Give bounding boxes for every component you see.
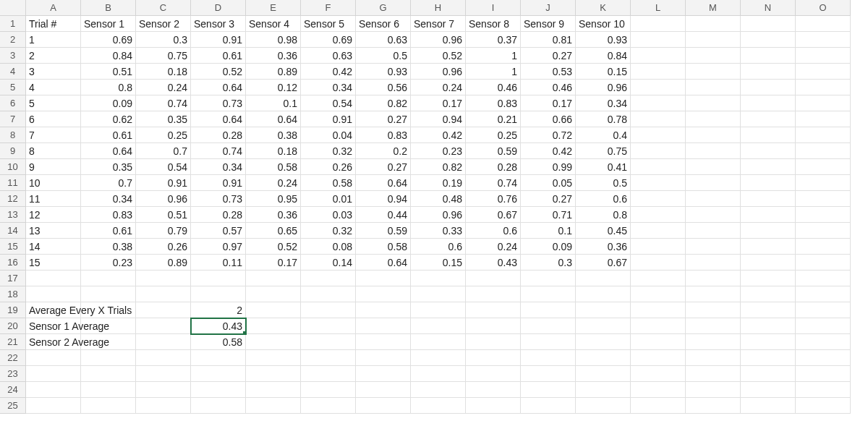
cell-H25[interactable]: [411, 398, 466, 414]
cell-I5[interactable]: 0.46: [466, 80, 521, 95]
cell-G3[interactable]: 0.5: [356, 48, 411, 64]
cell-A17[interactable]: [26, 271, 81, 286]
cell-B8[interactable]: 0.61: [81, 127, 136, 143]
cell-L18[interactable]: [631, 286, 686, 302]
cell-D21[interactable]: 0.58: [191, 334, 246, 350]
cell-K9[interactable]: 0.75: [576, 143, 631, 159]
cell-L23[interactable]: [631, 366, 686, 382]
cell-C15[interactable]: 0.26: [136, 239, 191, 255]
cell-G15[interactable]: 0.58: [356, 239, 411, 255]
cell-B4[interactable]: 0.51: [81, 64, 136, 80]
cell-N9[interactable]: [741, 143, 796, 159]
cell-N2[interactable]: [741, 32, 796, 48]
cell-G2[interactable]: 0.63: [356, 32, 411, 48]
column-header-A[interactable]: A: [26, 0, 81, 16]
cell-K23[interactable]: [576, 366, 631, 382]
cell-F18[interactable]: [301, 286, 356, 302]
cell-M6[interactable]: [686, 95, 741, 111]
cell-D25[interactable]: [191, 398, 246, 414]
cell-G17[interactable]: [356, 271, 411, 286]
cell-J19[interactable]: [521, 302, 576, 318]
cell-G4[interactable]: 0.93: [356, 64, 411, 80]
cell-B11[interactable]: 0.7: [81, 175, 136, 191]
cell-O23[interactable]: [796, 366, 851, 382]
cell-F8[interactable]: 0.04: [301, 127, 356, 143]
cell-I17[interactable]: [466, 271, 521, 286]
cell-J2[interactable]: 0.81: [521, 32, 576, 48]
cell-C5[interactable]: 0.24: [136, 80, 191, 95]
cell-A21[interactable]: Sensor 2 Average: [26, 334, 81, 350]
cell-H10[interactable]: 0.82: [411, 159, 466, 175]
cell-A25[interactable]: [26, 398, 81, 414]
row-header-17[interactable]: 17: [0, 271, 26, 286]
cell-B3[interactable]: 0.84: [81, 48, 136, 64]
cell-H7[interactable]: 0.94: [411, 111, 466, 127]
cell-M8[interactable]: [686, 127, 741, 143]
cell-H20[interactable]: [411, 318, 466, 334]
row-header-1[interactable]: 1: [0, 16, 26, 32]
cell-D6[interactable]: 0.73: [191, 95, 246, 111]
cell-O18[interactable]: [796, 286, 851, 302]
cell-A19[interactable]: Average Every X Trials: [26, 302, 81, 318]
cell-H18[interactable]: [411, 286, 466, 302]
cell-H17[interactable]: [411, 271, 466, 286]
cell-N11[interactable]: [741, 175, 796, 191]
cell-N4[interactable]: [741, 64, 796, 80]
cell-H13[interactable]: 0.96: [411, 207, 466, 223]
cell-K12[interactable]: 0.6: [576, 191, 631, 207]
cell-E7[interactable]: 0.64: [246, 111, 301, 127]
cell-D8[interactable]: 0.28: [191, 127, 246, 143]
cell-D23[interactable]: [191, 366, 246, 382]
cell-A5[interactable]: 4: [26, 80, 81, 95]
cell-D3[interactable]: 0.61: [191, 48, 246, 64]
cell-I3[interactable]: 1: [466, 48, 521, 64]
cell-C6[interactable]: 0.74: [136, 95, 191, 111]
cell-G11[interactable]: 0.64: [356, 175, 411, 191]
cell-M9[interactable]: [686, 143, 741, 159]
cell-L14[interactable]: [631, 223, 686, 239]
cell-C21[interactable]: [136, 334, 191, 350]
cell-E12[interactable]: 0.95: [246, 191, 301, 207]
cell-F10[interactable]: 0.26: [301, 159, 356, 175]
cell-H14[interactable]: 0.33: [411, 223, 466, 239]
cell-F16[interactable]: 0.14: [301, 255, 356, 271]
cell-K5[interactable]: 0.96: [576, 80, 631, 95]
cell-N18[interactable]: [741, 286, 796, 302]
cell-O2[interactable]: [796, 32, 851, 48]
cell-B13[interactable]: 0.83: [81, 207, 136, 223]
cell-N21[interactable]: [741, 334, 796, 350]
cell-L20[interactable]: [631, 318, 686, 334]
column-header-I[interactable]: I: [466, 0, 521, 16]
cell-J3[interactable]: 0.27: [521, 48, 576, 64]
cell-E16[interactable]: 0.17: [246, 255, 301, 271]
cell-I25[interactable]: [466, 398, 521, 414]
cell-A11[interactable]: 10: [26, 175, 81, 191]
cell-O15[interactable]: [796, 239, 851, 255]
row-header-2[interactable]: 2: [0, 32, 26, 48]
cell-I1[interactable]: Sensor 8: [466, 16, 521, 32]
cell-F2[interactable]: 0.69: [301, 32, 356, 48]
cell-O12[interactable]: [796, 191, 851, 207]
cell-B18[interactable]: [81, 286, 136, 302]
cell-H5[interactable]: 0.24: [411, 80, 466, 95]
cell-K8[interactable]: 0.4: [576, 127, 631, 143]
cell-H9[interactable]: 0.23: [411, 143, 466, 159]
cell-N20[interactable]: [741, 318, 796, 334]
cell-E10[interactable]: 0.58: [246, 159, 301, 175]
cell-N22[interactable]: [741, 350, 796, 366]
cell-L12[interactable]: [631, 191, 686, 207]
cell-K7[interactable]: 0.78: [576, 111, 631, 127]
cell-O9[interactable]: [796, 143, 851, 159]
cell-F5[interactable]: 0.34: [301, 80, 356, 95]
cell-H4[interactable]: 0.96: [411, 64, 466, 80]
cell-D9[interactable]: 0.74: [191, 143, 246, 159]
cell-E25[interactable]: [246, 398, 301, 414]
cell-N25[interactable]: [741, 398, 796, 414]
cell-B12[interactable]: 0.34: [81, 191, 136, 207]
cell-L10[interactable]: [631, 159, 686, 175]
cell-J9[interactable]: 0.42: [521, 143, 576, 159]
cell-J18[interactable]: [521, 286, 576, 302]
cell-J20[interactable]: [521, 318, 576, 334]
cell-L2[interactable]: [631, 32, 686, 48]
cell-I11[interactable]: 0.74: [466, 175, 521, 191]
